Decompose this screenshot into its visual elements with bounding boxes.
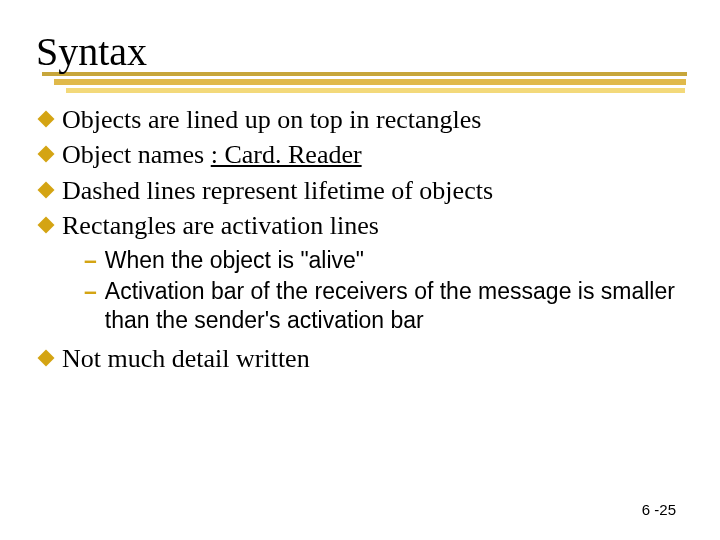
diamond-icon xyxy=(38,216,55,233)
object-name: : Card. Reader xyxy=(211,140,362,169)
slide: Syntax Objects are lined up on top in re… xyxy=(0,0,720,376)
bullet-text: Rectangles are activation lines xyxy=(62,209,684,242)
dash-icon: – xyxy=(84,277,97,306)
bullet-prefix: Object names xyxy=(62,140,211,169)
diamond-icon xyxy=(38,146,55,163)
page-number: 6 -25 xyxy=(642,501,676,518)
diamond-icon xyxy=(38,181,55,198)
dash-icon: – xyxy=(84,246,97,275)
title-underline xyxy=(36,72,694,96)
title-area: Syntax xyxy=(36,28,684,75)
diamond-icon xyxy=(38,350,55,367)
slide-title: Syntax xyxy=(36,28,684,75)
bullet-list: Objects are lined up on top in rectangle… xyxy=(38,103,684,242)
bullet-list-2: Not much detail written xyxy=(38,342,684,375)
sub-bullet-list: – When the object is "alive" – Activatio… xyxy=(84,246,684,334)
sub-bullet-text: Activation bar of the receivers of the m… xyxy=(105,277,684,335)
bullet-item: Rectangles are activation lines xyxy=(38,209,684,242)
bullet-item: Not much detail written xyxy=(38,342,684,375)
bullet-text: Dashed lines represent lifetime of objec… xyxy=(62,174,684,207)
diamond-icon xyxy=(38,111,55,128)
sub-bullet-item: – When the object is "alive" xyxy=(84,246,684,275)
bullet-item: Objects are lined up on top in rectangle… xyxy=(38,103,684,136)
bullet-text: Objects are lined up on top in rectangle… xyxy=(62,103,684,136)
sub-bullet-item: – Activation bar of the receivers of the… xyxy=(84,277,684,335)
bullet-text: Object names : Card. Reader xyxy=(62,138,684,171)
sub-bullet-text: When the object is "alive" xyxy=(105,246,684,275)
bullet-item: Object names : Card. Reader xyxy=(38,138,684,171)
bullet-item: Dashed lines represent lifetime of objec… xyxy=(38,174,684,207)
bullet-text: Not much detail written xyxy=(62,342,684,375)
